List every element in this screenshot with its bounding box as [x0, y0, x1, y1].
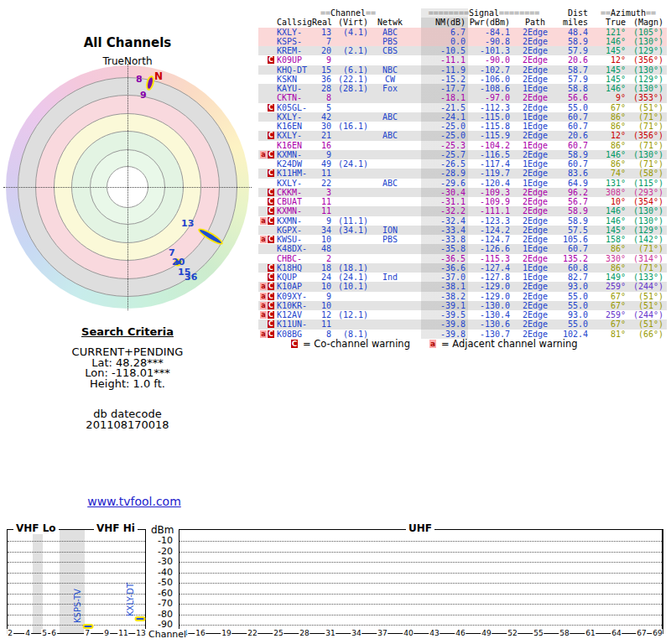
co-channel-warning-icon: C [291, 340, 298, 348]
cell-netwk [369, 93, 411, 102]
cell-nm: -25.0 [411, 131, 468, 140]
table-column-header: Callsign Real (Virt) Netwk NM(dB) Pwr(dB… [258, 18, 667, 27]
cell-az_magn: (71°) [627, 263, 667, 273]
cell-netwk: ABC [369, 131, 411, 140]
cell-az_true: 74° [590, 169, 627, 178]
cell-az_magn: (129°) [627, 46, 667, 55]
cell-az_magn: (314°) [627, 254, 667, 263]
cell-callsign: CKKM-TV [275, 188, 312, 197]
cell-dist: 93.0 [557, 310, 590, 319]
co-channel-warning-icon: C [268, 189, 274, 196]
warn-flags: C [258, 55, 275, 65]
cell-dist: 58.9 [557, 37, 590, 46]
cell-nm: -17.7 [411, 84, 468, 93]
cell-nm: 6.7 [411, 28, 468, 37]
warn-flags: C [258, 103, 275, 112]
cell-pwr: -97.0 [468, 93, 513, 102]
adjacent-warning-icon: a [260, 236, 267, 243]
station-table: ==Channel== ========Signal======== Dist … [258, 8, 667, 339]
dbm-tick-label: -80 [151, 610, 173, 620]
warn-flags [258, 159, 275, 169]
cell-path: 2Edge [513, 131, 557, 140]
cell-callsign: K24DW [275, 159, 312, 169]
cell-pwr: -130.6 [468, 319, 513, 329]
cell-pwr: -90.8 [468, 37, 513, 46]
cell-dist: 82.7 [557, 273, 590, 282]
cell-real: 11 [312, 197, 332, 206]
cell-netwk: PBS [369, 235, 411, 244]
cell-real: 11 [312, 319, 332, 329]
warn-flags: aC [258, 150, 275, 159]
db-datecode-value: 201108170018 [35, 420, 220, 431]
warn-flags: C [258, 263, 275, 273]
warn-flags: C [258, 273, 275, 282]
co-channel-warning-icon: C [268, 104, 274, 112]
warn-flags: C [258, 131, 275, 140]
cell-pwr: -104.2 [468, 141, 513, 150]
cell-callsign: KAYU-TV [275, 84, 312, 93]
cell-real: 15 [312, 65, 332, 75]
co-channel-warning-icon: C [268, 273, 274, 281]
cell-pwr: -115.8 [468, 122, 513, 131]
channel-tick-label: 5 [41, 629, 48, 638]
table-row: aCK12AV12(12.1)-39.5-130.42Edge93.0259°(… [258, 310, 667, 319]
search-criteria: Search Criteria CURRENT+PENDINGLat: 48.2… [35, 325, 220, 430]
cell-path: 1Edge [513, 263, 557, 273]
search-line: Height: 1.0 ft. [35, 379, 220, 390]
cell-path: 2Edge [513, 292, 557, 301]
cell-virt: (34.1) [332, 226, 369, 235]
cell-virt [332, 179, 369, 188]
tvfool-link[interactable]: www.tvfool.com [87, 495, 181, 508]
cell-path: 2Edge [513, 75, 557, 84]
cell-path: 2Edge [513, 150, 557, 159]
table-row: CK09UP9-11.1-90.02Edge20.612°(356°) [258, 55, 667, 65]
cell-netwk [369, 254, 411, 263]
col-callsign: Callsign [275, 18, 312, 27]
cell-callsign: K48DX-D [275, 244, 312, 253]
cell-real: 28 [312, 84, 332, 93]
cell-virt [332, 244, 369, 253]
channel-tick-label: 4 [24, 629, 31, 638]
table-group-header: ==Channel== ========Signal======== Dist … [258, 8, 667, 18]
channel-tick-label: 55 [533, 629, 544, 638]
cell-virt [332, 301, 369, 310]
table-row: aCKXMN-LD9-25.7-116.52Edge58.9146°(130°) [258, 150, 667, 159]
cell-az_true: 145° [590, 46, 627, 55]
cell-callsign: K10AP [275, 282, 312, 291]
cell-callsign: K09XY-D [275, 292, 312, 301]
cell-netwk [369, 197, 411, 206]
cell-netwk: PBS [369, 37, 411, 46]
cell-dist: 60.7 [557, 141, 590, 150]
cell-pwr: -123.3 [468, 216, 513, 226]
cell-callsign: KXLY-TV [275, 131, 312, 140]
cell-virt: (24.1) [332, 273, 369, 282]
table-row: CKXMN-LP11-32.2-111.12Edge58.9146°(130°) [258, 206, 667, 216]
co-channel-warning-icon: C [268, 293, 274, 300]
cell-netwk: CW [369, 75, 411, 84]
cell-dist: 60.7 [557, 244, 590, 253]
cell-netwk [369, 310, 411, 319]
cell-callsign: KWSU-TV [275, 235, 312, 244]
cell-callsign: KREM-DT [275, 46, 312, 55]
cell-real: 10 [312, 282, 332, 291]
channel-tick-label: 7 [84, 629, 91, 638]
cell-pwr: -111.1 [468, 206, 513, 216]
cell-path: 2Edge [513, 319, 557, 329]
radar-channel-label: 9 [140, 91, 147, 100]
cell-callsign: CBUAT [275, 197, 312, 206]
cell-az_true: 146° [590, 150, 627, 159]
table-row: KSPS-TV7PBS0.0-90.82Edge58.9146°(130°) [258, 37, 667, 46]
cell-path: 2Edge [513, 197, 557, 206]
dbm-gridline [179, 583, 662, 584]
cell-nm: -11.9 [411, 65, 468, 75]
warn-flags [258, 179, 275, 188]
cell-dist: 83.6 [557, 169, 590, 178]
cell-virt [332, 37, 369, 46]
co-channel-warning-icon: C [268, 264, 274, 272]
cell-az_magn: (51°) [627, 301, 667, 310]
cell-path: 2Edge [513, 206, 557, 216]
warn-flags [258, 112, 275, 122]
cell-real: 12 [312, 310, 332, 319]
cell-real: 48 [312, 244, 332, 253]
cell-path: 2Edge [513, 216, 557, 226]
